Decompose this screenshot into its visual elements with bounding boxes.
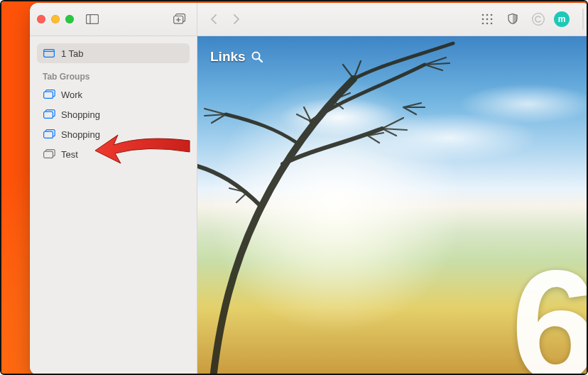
- new-tab-group-button[interactable]: [170, 10, 190, 28]
- window-icon: [43, 49, 55, 58]
- circle-c-icon: [531, 12, 545, 26]
- sidebar-current-tab[interactable]: 1 Tab: [37, 43, 190, 63]
- safari-window: m 1 Tab Tab Groups: [30, 3, 588, 375]
- svg-point-12: [482, 23, 484, 25]
- tabgroup-icon: [43, 129, 55, 139]
- sidebar-group-shopping-1[interactable]: Shopping: [37, 104, 190, 124]
- svg-rect-19: [43, 92, 53, 98]
- sidebar-group-label: Work: [61, 89, 82, 100]
- profile-initial: m: [558, 14, 566, 24]
- chevron-right-icon: [232, 14, 240, 24]
- toggle-sidebar-button[interactable]: [82, 10, 102, 28]
- new-tabgroup-icon: [173, 13, 186, 25]
- close-window-button[interactable]: [37, 15, 45, 23]
- page-links-heading[interactable]: Links: [210, 49, 263, 65]
- sidebar: 1 Tab Tab Groups Work Shopping: [30, 36, 197, 375]
- tree-silhouette: [197, 36, 467, 375]
- start-page-grid-button[interactable]: [477, 10, 497, 28]
- sidebar-group-label: Test: [61, 149, 78, 160]
- tabgroup-icon: [43, 109, 55, 119]
- icloud-tabs-button[interactable]: [528, 10, 548, 28]
- chevron-left-icon: [210, 14, 219, 24]
- sidebar-group-shopping-2[interactable]: Shopping: [37, 124, 190, 144]
- svg-rect-16: [44, 50, 55, 58]
- sidebar-group-test[interactable]: Test: [37, 144, 190, 164]
- grid-icon: [481, 13, 493, 25]
- search-icon: [251, 51, 263, 62]
- svg-point-6: [482, 14, 484, 16]
- svg-point-15: [533, 13, 545, 26]
- forward-button[interactable]: [226, 10, 246, 28]
- sidebar-group-label: Shopping: [61, 109, 100, 120]
- window-controls: [37, 15, 74, 23]
- svg-rect-23: [43, 131, 53, 138]
- shield-half-icon: [506, 13, 519, 26]
- window-toolbar: m: [30, 3, 588, 36]
- sidebar-group-label: Shopping: [61, 129, 100, 140]
- address-bar[interactable]: [582, 9, 584, 30]
- privacy-report-button[interactable]: [503, 10, 523, 28]
- svg-rect-0: [87, 15, 99, 24]
- content-area: Links 6: [197, 36, 588, 375]
- profile-avatar[interactable]: m: [554, 11, 570, 27]
- svg-point-7: [486, 14, 489, 16]
- svg-point-10: [486, 18, 489, 21]
- page-big-char: 6: [511, 248, 588, 375]
- minimize-window-button[interactable]: [51, 15, 60, 23]
- tabgroup-icon: [43, 89, 55, 99]
- svg-rect-21: [43, 112, 53, 118]
- sidebar-section-header: Tab Groups: [43, 72, 187, 82]
- page-links-label: Links: [210, 49, 246, 65]
- svg-point-9: [482, 18, 484, 21]
- svg-point-11: [491, 18, 493, 21]
- tabgroup-icon: [43, 149, 55, 159]
- sidebar-icon: [86, 14, 99, 24]
- svg-line-27: [258, 59, 262, 62]
- back-button[interactable]: [205, 10, 224, 28]
- svg-point-13: [486, 23, 489, 25]
- svg-point-14: [491, 23, 493, 25]
- fullscreen-window-button[interactable]: [65, 15, 74, 23]
- svg-rect-25: [43, 151, 53, 158]
- sidebar-group-work[interactable]: Work: [37, 85, 190, 104]
- sidebar-current-tab-label: 1 Tab: [61, 48, 84, 59]
- svg-point-8: [491, 14, 493, 16]
